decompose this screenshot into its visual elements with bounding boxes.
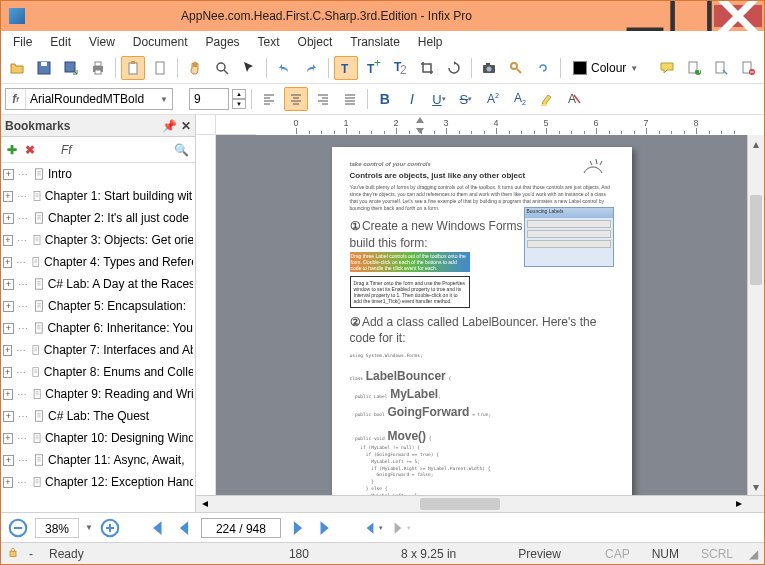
save-button[interactable] [32,56,56,80]
menu-view[interactable]: View [81,33,123,51]
vertical-scrollbar[interactable]: ▴ ▾ [747,135,764,495]
bookmark-item[interactable]: +⋯Chapter 4: Types and References [1,251,195,273]
print-button[interactable] [86,56,110,80]
bookmark-find-icon[interactable]: 🔍 [174,143,189,157]
open-button[interactable] [5,56,29,80]
bookmark-item[interactable]: +⋯Chapter 3: Objects: Get oriented [1,229,195,251]
menu-help[interactable]: Help [410,33,451,51]
bookmark-item[interactable]: +⋯Chapter 7: Interfaces and Abstract [1,339,195,361]
bookmark-item[interactable]: +⋯Chapter 11: Async, Await, [1,449,195,471]
horizontal-scrollbar[interactable]: ◂ ▸ [196,495,764,512]
page-number-input[interactable]: 224 / 948 [201,518,281,538]
zoom-value[interactable]: 38% [35,518,79,538]
bookmark-item[interactable]: +⋯Chapter 5: Encapsulation: [1,295,195,317]
colour-button[interactable]: Colour ▼ [566,56,645,80]
bold-button[interactable]: B [373,87,397,111]
history-back-button[interactable]: ▾ [361,517,383,539]
last-page-button[interactable] [315,517,337,539]
vertical-ruler[interactable] [196,135,216,495]
align-right-button[interactable] [311,87,335,111]
document-canvas[interactable]: take control of your controls Controls a… [216,135,747,495]
prev-page-button[interactable] [173,517,195,539]
bookmark-item[interactable]: +⋯C# Lab: The Quest [1,405,195,427]
maximize-button[interactable] [668,5,714,27]
menu-translate[interactable]: Translate [342,33,408,51]
bookmark-item[interactable]: +⋯Chapter 10: Designing Windows [1,427,195,449]
menu-object[interactable]: Object [290,33,341,51]
page-extract-button[interactable] [709,56,733,80]
comment-button[interactable] [655,56,679,80]
camera-button[interactable] [477,56,501,80]
close-button[interactable] [714,5,762,27]
bookmark-item[interactable]: +⋯Chapter 12: Exception Handling [1,471,195,493]
bookmark-item[interactable]: +⋯Intro [1,163,195,185]
bookmark-delete-icon[interactable]: ✖ [25,143,35,157]
bookmark-item[interactable]: +⋯Chapter 2: It's all just code [1,207,195,229]
bookmark-item[interactable]: +⋯Chapter 9: Reading and Writing [1,383,195,405]
horizontal-ruler[interactable]: 012345678 [216,115,256,135]
underline-button[interactable]: U▾ [427,87,451,111]
undo-button[interactable] [272,56,296,80]
font-family-combo[interactable]: ff ArialRoundedMTBold ▼ [5,88,173,110]
highlight-button[interactable] [535,87,559,111]
expand-icon[interactable]: + [3,235,13,246]
align-center-button[interactable] [284,87,308,111]
expand-icon[interactable]: + [3,411,14,422]
resize-grip-icon[interactable]: ◢ [749,547,758,561]
search-button[interactable] [504,56,528,80]
expand-icon[interactable]: + [3,169,14,180]
expand-icon[interactable]: + [3,191,13,202]
subscript-button[interactable]: A2 [508,87,532,111]
font-size-spinner[interactable]: ▲▼ [232,89,246,109]
redo-button[interactable] [299,56,323,80]
bookmark-item[interactable]: +⋯C# Lab: A Day at the Races [1,273,195,295]
rotate-tool[interactable] [442,56,466,80]
lock-icon[interactable] [7,546,19,561]
text-link-tool[interactable]: T2 [388,56,412,80]
expand-icon[interactable]: + [3,279,14,290]
text-tool[interactable]: T [334,56,358,80]
zoom-out-button[interactable] [7,517,29,539]
status-mode[interactable]: Preview [512,547,567,561]
italic-button[interactable]: I [400,87,424,111]
hand-tool[interactable] [183,56,207,80]
clear-format-button[interactable]: A [562,87,586,111]
first-page-button[interactable] [145,517,167,539]
page-add-button[interactable]: + [682,56,706,80]
clipboard-button[interactable] [121,56,145,80]
expand-icon[interactable]: + [3,213,14,224]
next-page-button[interactable] [287,517,309,539]
minimize-button[interactable] [622,5,668,27]
bookmark-item[interactable]: +⋯Chapter 8: Enums and Collections [1,361,195,383]
expand-icon[interactable]: + [3,345,12,356]
expand-icon[interactable]: + [3,455,14,466]
bookmark-add-icon[interactable]: ✚ [7,143,17,157]
expand-icon[interactable]: + [3,433,13,444]
superscript-button[interactable]: A2 [481,87,505,111]
menu-file[interactable]: File [5,33,40,51]
menu-document[interactable]: Document [125,33,196,51]
menu-text[interactable]: Text [250,33,288,51]
page-button[interactable] [148,56,172,80]
history-forward-button[interactable]: ▾ [389,517,411,539]
crop-tool[interactable] [415,56,439,80]
font-size-input[interactable]: 9 [189,88,229,110]
strikethrough-button[interactable]: S▾ [454,87,478,111]
zoom-in-button[interactable] [99,517,121,539]
bookmark-item[interactable]: +⋯Chapter 1: Start building with C# [1,185,195,207]
bookmark-list[interactable]: +⋯Intro+⋯Chapter 1: Start building with … [1,163,195,512]
text-plus-tool[interactable]: T+ [361,56,385,80]
save-as-button[interactable] [59,56,83,80]
expand-icon[interactable]: + [3,257,12,268]
panel-close-icon[interactable]: ✕ [181,119,191,133]
link-button[interactable] [531,56,555,80]
pointer-tool[interactable] [237,56,261,80]
expand-icon[interactable]: + [3,389,13,400]
expand-icon[interactable]: + [3,323,14,334]
pin-icon[interactable]: 📌 [162,119,177,133]
menu-pages[interactable]: Pages [198,33,248,51]
bookmark-item[interactable]: +⋯Chapter 6: Inheritance: Your [1,317,195,339]
menu-edit[interactable]: Edit [42,33,79,51]
expand-icon[interactable]: + [3,367,12,378]
align-left-button[interactable] [257,87,281,111]
